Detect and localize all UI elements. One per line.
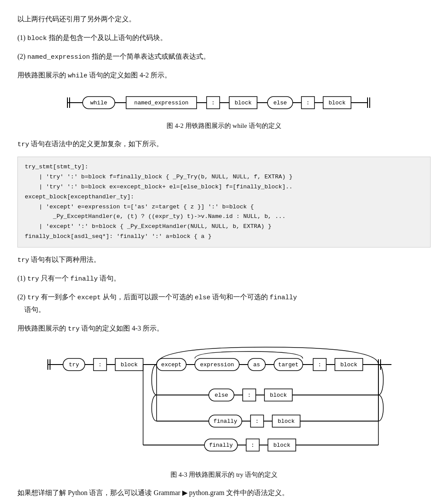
fig3-intro: 用铁路图展示的 try 语句的定义如图 4-3 所示。 bbox=[17, 322, 431, 335]
svg-text:block: block bbox=[120, 361, 137, 368]
block-def: (1) block 指的是包含一个及以上语句的代码块。 bbox=[17, 32, 431, 44]
figure-4-2: while named_expression : block else : bl… bbox=[17, 90, 431, 117]
intro-line1: 以上两行代码还引用了另外两个定义。 bbox=[17, 13, 431, 26]
try-usage-intro: try 语句有以下两种用法。 bbox=[17, 254, 431, 266]
fig2-caption: 图 4-2 用铁路图展示的 while 语句的定义 bbox=[17, 122, 431, 130]
named-expr-def: (2) named_expression 指的是一个简单表达式或赋值表达式。 bbox=[17, 50, 431, 63]
svg-text:block: block bbox=[328, 100, 345, 106]
while-intro: 用铁路图展示的 while 语句的定义如图 4-2 所示。 bbox=[17, 69, 431, 82]
svg-text:finally: finally bbox=[209, 442, 233, 448]
finally-kw1: finally bbox=[70, 275, 98, 283]
else-kw: else bbox=[195, 294, 211, 301]
svg-text:target: target bbox=[278, 361, 299, 368]
try-keyword-fig3: try bbox=[68, 325, 80, 333]
svg-text:expression: expression bbox=[200, 361, 234, 368]
svg-text::: : bbox=[247, 392, 251, 398]
svg-text:block: block bbox=[277, 418, 294, 425]
svg-text:block: block bbox=[270, 392, 287, 398]
svg-text:else: else bbox=[273, 100, 287, 106]
svg-text:while: while bbox=[90, 100, 107, 106]
svg-text:else: else bbox=[214, 392, 228, 398]
try-intro: try 语句在语法中的定义更加复杂，如下所示。 bbox=[17, 138, 431, 151]
svg-text::: : bbox=[98, 361, 102, 368]
try-keyword-usage: try bbox=[17, 257, 29, 264]
fig3-caption: 图 4-3 用铁路图展示的 try 语句的定义 bbox=[17, 471, 431, 479]
svg-text:block: block bbox=[273, 442, 290, 448]
try-usage-2: (2) try 有一到多个 except 从句，后面可以跟一个可选的 else … bbox=[17, 291, 431, 316]
svg-text::: : bbox=[306, 100, 310, 106]
try-usage-1: (1) try 只有一个 finally 语句。 bbox=[17, 272, 431, 285]
svg-text::: : bbox=[318, 361, 321, 368]
svg-text:as: as bbox=[253, 361, 260, 368]
try-code-block: try_stmt[stmt_ty]: | 'try' ':' b=block f… bbox=[17, 157, 431, 248]
figure-4-2-svg: while named_expression : block else : bl… bbox=[59, 90, 389, 116]
try-keyword-intro: try bbox=[17, 141, 29, 148]
block-keyword: block bbox=[27, 35, 47, 42]
svg-text:finally: finally bbox=[214, 418, 237, 425]
svg-text::: : bbox=[251, 442, 254, 448]
while-keyword: while bbox=[68, 72, 87, 80]
svg-text::: : bbox=[255, 418, 259, 425]
named-expression-keyword: named_expression bbox=[27, 54, 90, 61]
figure-4-3: try : block except expression as target … bbox=[17, 343, 431, 466]
footer-text: 如果想详细了解 Python 语言，那么可以通读 Grammar ▶ pytho… bbox=[17, 487, 431, 499]
finally-kw2: finally bbox=[270, 294, 297, 301]
try-kw1: try bbox=[27, 275, 39, 283]
try-kw2: try bbox=[27, 294, 39, 301]
svg-text::: : bbox=[211, 100, 215, 106]
svg-text:try: try bbox=[69, 361, 79, 368]
except-kw: except bbox=[77, 294, 101, 301]
svg-text:block: block bbox=[234, 100, 251, 106]
svg-text:except: except bbox=[161, 361, 182, 368]
svg-text:block: block bbox=[340, 361, 357, 368]
svg-text:named_expression: named_expression bbox=[134, 100, 189, 106]
figure-4-3-svg: try : block except expression as target … bbox=[39, 343, 409, 465]
